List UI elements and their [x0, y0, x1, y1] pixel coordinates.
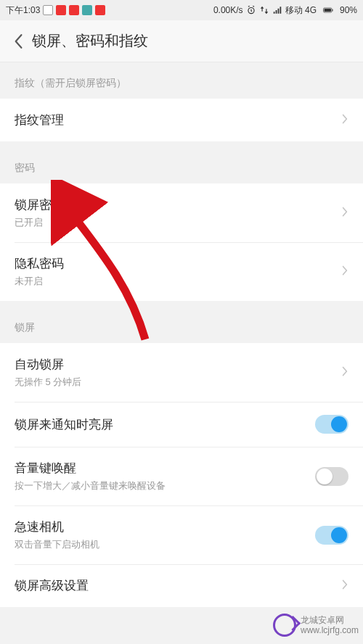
tray-icon-app3: [82, 5, 92, 15]
section-header-fingerprint: 指纹（需开启锁屏密码）: [0, 62, 363, 99]
tray-icon-app1: [56, 5, 66, 15]
row-sublabel: 未开启: [15, 275, 64, 288]
row-lockscreen-advanced[interactable]: 锁屏高级设置: [0, 564, 363, 607]
row-fingerprint-manage[interactable]: 指纹管理: [0, 99, 363, 141]
status-battery-pct: 90%: [340, 5, 357, 15]
page-header: 锁屏、密码和指纹: [0, 20, 363, 62]
status-bar: 下午1:03 0.00K/s 移动 4G 90%: [0, 0, 363, 20]
svg-rect-2: [324, 9, 331, 12]
status-carrier: 移动 4G: [285, 4, 317, 17]
chevron-right-icon: [341, 206, 348, 220]
row-sublabel: 按一下增大／减小音量键来唤醒设备: [15, 479, 166, 492]
status-time: 下午1:03: [6, 4, 40, 17]
row-label: 指纹管理: [15, 112, 64, 128]
row-volume-wake[interactable]: 音量键唤醒 按一下增大／减小音量键来唤醒设备: [0, 447, 363, 505]
section-header-lockscreen: 锁屏: [0, 307, 363, 343]
row-privacy-password[interactable]: 隐私密码 未开启: [0, 242, 363, 301]
section-header-password: 密码: [0, 147, 363, 183]
chevron-right-icon: [341, 366, 348, 380]
row-sublabel: 双击音量下启动相机: [15, 538, 99, 551]
tray-icon-app4: [95, 5, 105, 15]
row-auto-lock[interactable]: 自动锁屏 无操作 5 分钟后: [0, 343, 363, 402]
back-button[interactable]: [7, 30, 29, 52]
chevron-right-icon: [341, 579, 348, 593]
tray-icon-qq: [43, 5, 53, 15]
row-lockscreen-password[interactable]: 锁屏密码 已开启: [0, 183, 363, 242]
row-label: 锁屏来通知时亮屏: [15, 416, 113, 433]
svg-rect-3: [332, 9, 333, 12]
chevron-right-icon: [341, 265, 348, 279]
toggle-volume-wake[interactable]: [315, 467, 348, 486]
row-label: 锁屏高级设置: [15, 577, 89, 594]
tray-icon-app2: [69, 5, 79, 15]
watermark: 龙城安卓网 www.lcjrfg.com: [273, 614, 359, 637]
data-transfer-icon: [259, 5, 269, 15]
watermark-line1: 龙城安卓网: [301, 615, 359, 625]
battery-icon: [319, 5, 337, 15]
row-wake-on-notify[interactable]: 锁屏来通知时亮屏: [0, 402, 363, 447]
row-label: 锁屏密码: [15, 197, 64, 213]
row-label: 急速相机: [15, 519, 99, 535]
watermark-line2: www.lcjrfg.com: [301, 625, 359, 635]
toggle-quick-camera[interactable]: [315, 526, 348, 545]
alarm-icon: [246, 5, 256, 15]
signal-icon: [272, 5, 282, 15]
chevron-right-icon: [341, 113, 348, 128]
page-title: 锁屏、密码和指纹: [32, 31, 148, 51]
row-sublabel: 无操作 5 分钟后: [15, 376, 81, 389]
row-label: 音量键唤醒: [15, 460, 166, 476]
row-label: 隐私密码: [15, 255, 64, 272]
row-sublabel: 已开启: [15, 216, 64, 229]
row-quick-camera[interactable]: 急速相机 双击音量下启动相机: [0, 505, 363, 564]
watermark-logo-icon: [273, 614, 296, 637]
row-label: 自动锁屏: [15, 356, 81, 373]
toggle-wake-on-notify[interactable]: [315, 415, 348, 434]
status-netspeed: 0.00K/s: [213, 5, 243, 15]
